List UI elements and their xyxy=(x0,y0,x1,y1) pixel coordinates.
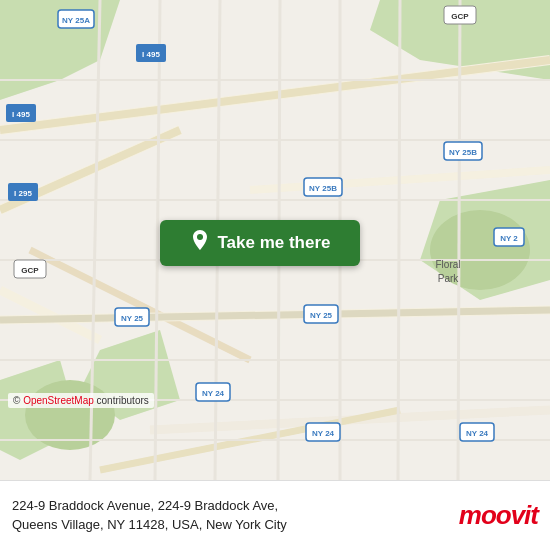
take-me-there-label: Take me there xyxy=(217,233,330,253)
map-view: NY 25A I 495 I 495 I 295 GCP NY 25 NY 25… xyxy=(0,0,550,480)
svg-text:Floral: Floral xyxy=(435,259,460,270)
svg-point-63 xyxy=(197,234,203,240)
svg-text:I 495: I 495 xyxy=(142,50,160,59)
svg-line-24 xyxy=(398,0,400,480)
info-bar: 224-9 Braddock Avenue, 224-9 Braddock Av… xyxy=(0,480,550,550)
attribution-prefix: © xyxy=(13,395,23,406)
moovit-logo-text: moovit xyxy=(459,500,538,531)
openstreetmap-link[interactable]: OpenStreetMap xyxy=(23,395,94,406)
svg-text:NY 25B: NY 25B xyxy=(309,184,337,193)
attribution-suffix: contributors xyxy=(94,395,149,406)
svg-text:NY 25: NY 25 xyxy=(121,314,144,323)
svg-text:Park: Park xyxy=(438,273,460,284)
svg-text:NY 25: NY 25 xyxy=(310,311,333,320)
svg-text:NY 2: NY 2 xyxy=(500,234,518,243)
address-text: 224-9 Braddock Avenue, 224-9 Braddock Av… xyxy=(12,497,449,535)
take-me-there-button[interactable]: Take me there xyxy=(160,220,360,266)
svg-line-25 xyxy=(458,0,460,480)
svg-text:GCP: GCP xyxy=(21,266,39,275)
moovit-logo: moovit xyxy=(459,500,538,531)
svg-text:I 295: I 295 xyxy=(14,189,32,198)
svg-text:NY 25B: NY 25B xyxy=(449,148,477,157)
address-block: 224-9 Braddock Avenue, 224-9 Braddock Av… xyxy=(12,497,449,535)
svg-text:NY 24: NY 24 xyxy=(202,389,225,398)
svg-text:I 495: I 495 xyxy=(12,110,30,119)
svg-text:NY 24: NY 24 xyxy=(312,429,335,438)
map-attribution: © OpenStreetMap contributors xyxy=(8,393,154,408)
svg-text:NY 25A: NY 25A xyxy=(62,16,90,25)
svg-text:GCP: GCP xyxy=(451,12,469,21)
svg-text:NY 24: NY 24 xyxy=(466,429,489,438)
location-pin-icon xyxy=(189,230,211,256)
